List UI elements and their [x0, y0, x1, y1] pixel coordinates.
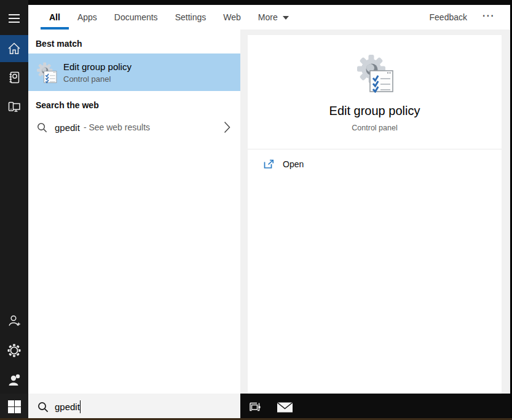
search-flyout-window: All Apps Documents Settings Web More Fee…	[0, 0, 512, 420]
open-action[interactable]: Open	[248, 149, 502, 174]
hamburger-icon	[8, 14, 20, 23]
sidebar-item-feedback-person[interactable]	[0, 367, 28, 394]
preview-panel: Edit group policy Control panel Open	[248, 35, 502, 394]
tab-more-label: More	[258, 12, 278, 22]
preview-area: Edit group policy Control panel Open	[240, 30, 510, 394]
search-icon	[37, 122, 47, 133]
home-icon	[7, 41, 22, 56]
web-result-annotation: - See web results	[84, 122, 150, 132]
mail-button[interactable]	[273, 394, 297, 420]
notebook-icon	[7, 70, 22, 85]
hamburger-menu-button[interactable]	[0, 7, 28, 30]
search-input[interactable]	[55, 402, 202, 412]
open-external-icon	[264, 159, 274, 169]
sidebar-item-home[interactable]	[0, 35, 28, 62]
left-rail	[0, 0, 28, 394]
tab-all-label: All	[49, 12, 60, 22]
preview-subtitle: Control panel	[248, 124, 502, 132]
open-action-label: Open	[283, 159, 304, 169]
more-options-button[interactable]: ⋯	[482, 12, 494, 22]
tab-settings[interactable]: Settings	[167, 5, 215, 30]
add-account-icon	[7, 313, 22, 328]
tab-web[interactable]: Web	[215, 5, 250, 30]
group-policy-icon	[36, 61, 57, 84]
sidebar-item-devices[interactable]	[0, 93, 28, 121]
mail-icon	[277, 401, 294, 413]
start-button[interactable]	[0, 394, 28, 420]
feedback-button[interactable]: Feedback	[430, 12, 467, 22]
tab-settings-label: Settings	[175, 12, 207, 22]
tab-documents-label: Documents	[114, 12, 158, 22]
task-view-button[interactable]	[243, 394, 267, 420]
search-web-header: Search the web	[36, 100, 240, 110]
chevron-right-icon	[224, 121, 230, 133]
tab-documents[interactable]: Documents	[106, 5, 167, 30]
best-match-subtitle: Control panel	[63, 74, 132, 84]
tab-more[interactable]: More	[250, 5, 297, 30]
taskbar-search-box[interactable]	[28, 394, 240, 420]
text-caret	[80, 400, 81, 413]
sidebar-item-settings[interactable]	[0, 337, 28, 364]
web-result-query: gpedit	[55, 122, 80, 133]
search-icon	[37, 402, 49, 413]
tab-apps-label: Apps	[77, 12, 97, 22]
search-filter-tabbar: All Apps Documents Settings Web More Fee…	[28, 5, 510, 30]
task-view-icon	[248, 400, 262, 414]
sidebar-item-account[interactable]	[0, 307, 28, 334]
best-match-texts: Edit group policy Control panel	[63, 61, 132, 84]
chevron-down-icon	[283, 16, 289, 20]
feedback-person-icon	[7, 373, 22, 387]
best-match-title: Edit group policy	[63, 61, 132, 72]
tab-apps[interactable]: Apps	[69, 5, 106, 30]
preview-title: Edit group policy	[248, 104, 502, 118]
tabbar-right-group: Feedback ⋯	[430, 5, 510, 30]
devices-icon	[6, 100, 22, 114]
tab-web-label: Web	[223, 12, 241, 22]
results-panel: Best match	[28, 30, 240, 394]
web-search-result[interactable]: gpedit - See web results	[28, 114, 240, 140]
taskbar	[0, 394, 512, 420]
tab-all[interactable]: All	[41, 5, 69, 30]
best-match-result[interactable]: Edit group policy Control panel	[28, 53, 240, 91]
windows-logo-icon	[8, 400, 21, 413]
gear-icon	[7, 343, 22, 358]
best-match-header: Best match	[36, 39, 240, 49]
group-policy-icon-large	[356, 53, 394, 95]
sidebar-item-notebook[interactable]	[0, 64, 28, 91]
window-top-border	[0, 0, 512, 5]
